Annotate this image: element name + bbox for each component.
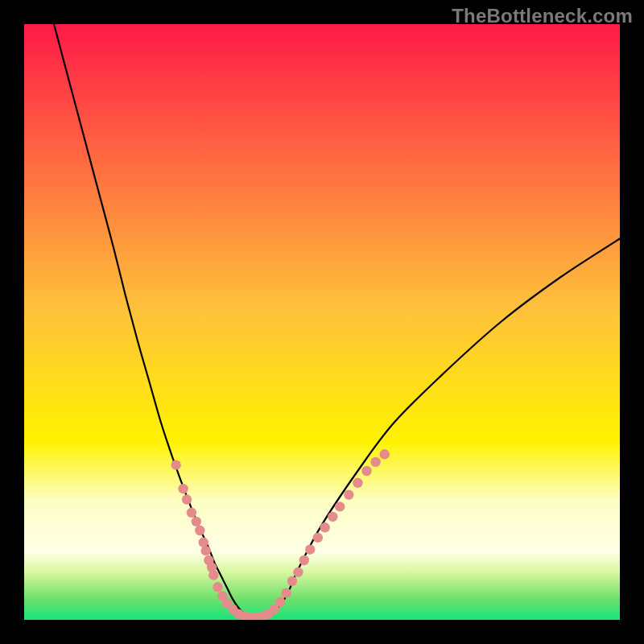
data-point [171, 460, 181, 469]
data-point [213, 582, 222, 592]
data-point [328, 512, 337, 522]
data-point [370, 457, 380, 467]
data-point [182, 494, 192, 504]
data-point [361, 466, 371, 476]
data-point [192, 517, 201, 526]
data-point [293, 568, 303, 577]
data-point [208, 570, 218, 580]
data-point [344, 489, 353, 499]
data-point [380, 449, 390, 459]
data-point [287, 576, 297, 586]
chart-svg [24, 24, 620, 620]
data-point [320, 522, 330, 532]
data-point [335, 502, 345, 511]
data-point [299, 555, 309, 565]
data-point [201, 546, 211, 555]
data-point [187, 508, 196, 518]
data-point [305, 544, 315, 554]
data-point [313, 533, 323, 543]
data-point [281, 588, 291, 598]
data-point [275, 597, 285, 607]
chart-frame: TheBottleneck.com [0, 0, 644, 644]
data-point [353, 478, 362, 488]
data-point [195, 526, 204, 535]
plot-area [24, 24, 620, 620]
data-point [178, 484, 188, 493]
